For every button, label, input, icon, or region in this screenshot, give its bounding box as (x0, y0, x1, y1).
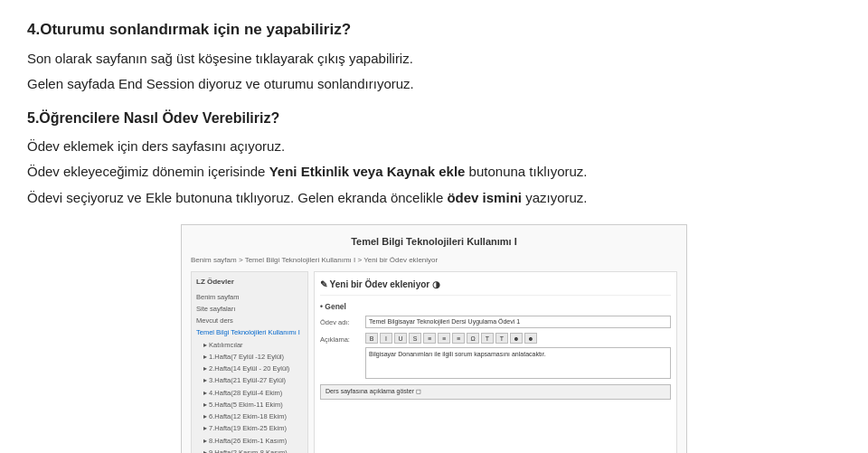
section4-paragraph2: Gelen sayfada End Session diyoruz ve otu… (27, 74, 841, 95)
section5-paragraph2-start: Ödev ekleyeceğimiz dönemin içerisinde (27, 164, 269, 179)
toolbar-btn-t2[interactable]: T (495, 333, 508, 344)
sidebar-item-10: ▸ 6.Hafta(12 Ekim-18 Ekim) (196, 411, 303, 422)
toolbar-btn-left[interactable]: ≡ (423, 333, 436, 344)
sidebar-item-3: Temel Bilgi Teknolojileri Kullanımı I (196, 326, 303, 338)
odev-row: Ödev adı: Temel Bilgisayar Teknolojileri… (320, 316, 671, 328)
toolbar-btn-center[interactable]: ≡ (438, 333, 450, 344)
section5-paragraph3-bold: ödev ismini (447, 190, 522, 205)
aciklama-label: Açıklama: (320, 333, 361, 344)
sidebar-item-1: Site sayfaları (196, 303, 303, 315)
toolbar-row: B I U S ≡ ≡ ≡ Ω T T ☻ ☻ (365, 333, 671, 344)
sidebar-item-8: ▸ 4.Hafta(28 Eylül-4 Ekim) (196, 387, 303, 399)
toolbar-btn-i[interactable]: I (380, 333, 392, 344)
sidebar-item-13: ▸ 9.Hafta(2 Kasım-8 Kasım) (196, 447, 303, 453)
sidebar-item-9: ▸ 5.Hafta(5 Ekim-11 Ekim) (196, 399, 303, 411)
toolbar-btn-right[interactable]: ≡ (452, 333, 465, 344)
screenshot-inner: LZ Ödevler Benim sayfam Site sayfaları M… (191, 271, 677, 454)
form-title: ✎ Yeni bir Ödev ekleniyor ◑ (320, 278, 671, 296)
toolbar-btn-b[interactable]: B (365, 333, 378, 344)
section4-paragraph1: Son olarak sayfanın sağ üst köşesine tık… (27, 49, 841, 70)
section5-paragraph2: Ödev ekleyeceğimiz dönemin içerisinde Ye… (27, 162, 841, 183)
screenshot-breadcrumb: Benim sayfam > Temel Bilgi Teknolojileri… (191, 255, 677, 266)
screenshot-sidebar: LZ Ödevler Benim sayfam Site sayfaları M… (191, 271, 308, 454)
sidebar-header: LZ Ödevler (196, 277, 303, 288)
page-content: 4.Oturumu sonlandırmak için ne yapabilir… (27, 18, 841, 453)
screenshot-container: Temel Bilgi Teknolojileri Kullanımı I Be… (27, 224, 841, 453)
general-label: • Genel (320, 301, 671, 313)
sidebar-item-5: ▸ 1.Hafta(7 Eylül -12 Eylül) (196, 351, 303, 363)
sidebar-item-6: ▸ 2.Hafta(14 Eylül - 20 Eylül) (196, 363, 303, 374)
sidebar-item-7: ▸ 3.Hafta(21 Eylül-27 Eylül) (196, 374, 303, 386)
toolbar-btn-img1[interactable]: ☻ (510, 333, 523, 344)
sidebar-item-11: ▸ 7.Hafta(19 Ekim-25 Ekim) (196, 422, 303, 434)
section5-paragraph2-bold: Yeni Etkinlik veya Kaynak ekle (269, 164, 466, 179)
section5-paragraph3-start: Ödevi seçiyoruz ve Ekle butonuna tıklıyo… (27, 190, 294, 205)
aciklama-textarea[interactable]: Bilgisayar Donanımları ile ilgili sorum … (365, 347, 671, 379)
section5-title: 5.Öğrencilere Nasıl Ödev Verebiliriz? (27, 108, 841, 129)
toolbar-btn-s[interactable]: S (409, 333, 421, 344)
toolbar-btn-omega[interactable]: Ω (467, 333, 479, 344)
section5-paragraph2-end: butonuna tıklıyoruz. (465, 164, 587, 179)
screenshot-main: ✎ Yeni bir Ödev ekleniyor ◑ • Genel Ödev… (314, 271, 677, 454)
toolbar-btn-img2[interactable]: ☻ (524, 333, 537, 344)
sidebar-item-2: Mevcut ders (196, 315, 303, 326)
screenshot-box: Temel Bilgi Teknolojileri Kullanımı I Be… (181, 224, 687, 453)
screenshot-title: Temel Bilgi Teknolojileri Kullanımı I (191, 234, 677, 250)
aciklama-section: B I U S ≡ ≡ ≡ Ω T T ☻ ☻ (365, 333, 671, 379)
sidebar-item-0: Benim sayfam (196, 291, 303, 303)
odev-input[interactable]: Temel Bilgisayar Teknolojileri Dersi Uyg… (365, 316, 671, 328)
toolbar-btn-u[interactable]: U (394, 333, 407, 344)
toolbar-btn-t1[interactable]: T (481, 333, 494, 344)
sidebar-item-12: ▸ 8.Hafta(26 Ekim-1 Kasım) (196, 435, 303, 447)
aciklama-row: Açıklama: B I U S ≡ ≡ ≡ Ω T (320, 333, 671, 379)
section5-paragraph3-mid: Gelen ekranda öncelikle (297, 190, 447, 205)
sidebar-item-4: ▸ Katılımcılar (196, 339, 303, 351)
section5-paragraph1: Ödev eklemek için ders sayfasını açıyoru… (27, 137, 841, 157)
section4-title: 4.Oturumu sonlandırmak için ne yapabilir… (27, 18, 841, 42)
nav-show-btn[interactable]: Ders sayfasına açıklama göster ◻ (320, 384, 671, 400)
odev-label: Ödev adı: (320, 316, 361, 327)
section5-paragraph3: Ödevi seçiyoruz ve Ekle butonuna tıklıyo… (27, 188, 841, 209)
section5-paragraph3-end: yazıyoruz. (522, 190, 588, 205)
